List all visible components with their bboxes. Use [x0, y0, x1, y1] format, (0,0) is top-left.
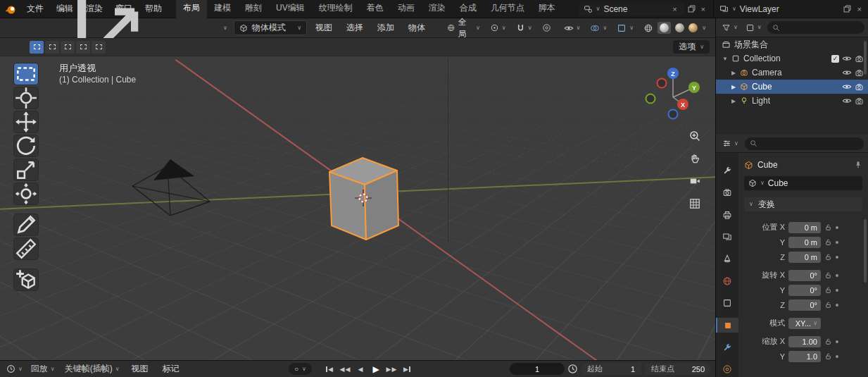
render-visibility-icon[interactable]: [855, 97, 864, 106]
render-visibility-icon[interactable]: [855, 82, 864, 92]
outliner-row-collection[interactable]: ▼ Collection ✓: [716, 51, 868, 66]
transform-section-header[interactable]: ∨ 变换: [744, 197, 862, 211]
animate-dot[interactable]: [836, 355, 838, 358]
new-view-layer-icon[interactable]: [843, 4, 852, 13]
expand-icon[interactable]: ▶: [730, 98, 737, 104]
mode-dropdown[interactable]: 物体模式 ∨: [234, 20, 307, 35]
menu-view[interactable]: 视图: [310, 19, 338, 37]
rotation-y-field[interactable]: 0°: [788, 285, 821, 296]
lock-icon[interactable]: [824, 301, 832, 309]
menu-select[interactable]: 选择: [341, 19, 369, 37]
tab-geometry-nodes[interactable]: 几何节点: [484, 0, 532, 18]
properties-scrollbar[interactable]: [864, 219, 867, 283]
menu-playback[interactable]: 回放 ∨: [27, 361, 58, 376]
collection-checkbox[interactable]: ✓: [831, 55, 839, 63]
shading-rendered-icon[interactable]: [688, 23, 698, 32]
lock-icon[interactable]: [824, 253, 832, 261]
auto-keying-button[interactable]: ○ ∨: [289, 363, 312, 375]
viewport-3d[interactable]: 选项 ∨ 用户透视 (1) Collection | Cube: [0, 38, 715, 360]
lock-icon[interactable]: [824, 286, 832, 294]
animate-dot[interactable]: [836, 340, 838, 343]
hide-eye-icon[interactable]: [842, 54, 852, 63]
tab-animation[interactable]: 动画: [391, 0, 422, 18]
lock-icon[interactable]: [824, 271, 832, 279]
location-x-field[interactable]: 0 m: [788, 222, 821, 233]
play-reverse-button[interactable]: ◀: [353, 362, 367, 376]
render-visibility-icon[interactable]: [855, 54, 864, 63]
tab-texture-paint[interactable]: 纹理绘制: [312, 0, 360, 18]
location-y-field[interactable]: 0 m: [788, 237, 821, 248]
outliner-search-input[interactable]: [767, 21, 864, 34]
close-icon[interactable]: ×: [699, 5, 707, 13]
jump-to-end-button[interactable]: ▶: [400, 362, 414, 376]
animate-dot[interactable]: [836, 256, 838, 259]
remove-view-layer-icon[interactable]: ×: [855, 5, 864, 13]
next-keyframe-button[interactable]: ▶▶: [384, 362, 398, 376]
tool-add-cube[interactable]: [14, 269, 38, 290]
tab-tool[interactable]: [716, 163, 738, 178]
tab-scene[interactable]: [716, 252, 738, 266]
outliner-filter-button[interactable]: ∨: [719, 23, 740, 33]
view-layer-name[interactable]: ViewLayer: [740, 4, 839, 14]
outliner-scrollbar[interactable]: [864, 41, 867, 75]
hide-eye-icon[interactable]: [842, 68, 852, 78]
breadcrumb-object-name[interactable]: Cube: [757, 160, 778, 170]
animate-dot[interactable]: [836, 226, 838, 229]
menu-keying[interactable]: 关键帧(插帧) ∨: [61, 361, 123, 376]
shading-wireframe-icon[interactable]: [643, 23, 653, 33]
tab-sculpting[interactable]: 雕刻: [238, 0, 269, 18]
pan-hand-icon[interactable]: [688, 152, 701, 165]
xray-toggle-button[interactable]: ∨: [613, 22, 637, 35]
scene-dropdown[interactable]: ∨ Scene ×: [579, 2, 684, 16]
outliner-row-cube[interactable]: ▶ Cube: [716, 80, 868, 94]
location-z-field[interactable]: 0 m: [788, 252, 821, 263]
show-gizmo-dropdown[interactable]: ∨: [560, 22, 584, 35]
tab-output[interactable]: [716, 207, 738, 222]
hide-eye-icon[interactable]: [842, 96, 852, 106]
tab-modifiers[interactable]: [716, 340, 738, 354]
hide-eye-icon[interactable]: [842, 82, 852, 92]
properties-editor-type-button[interactable]: ∨: [720, 138, 741, 149]
select-mode-invert-button[interactable]: [76, 41, 90, 54]
zoom-icon[interactable]: [688, 130, 701, 142]
tab-view-layer[interactable]: [716, 229, 738, 244]
tab-render[interactable]: [716, 185, 738, 199]
properties-search-input[interactable]: [745, 137, 864, 150]
scale-y-field[interactable]: 1.0: [788, 351, 821, 362]
render-visibility-icon[interactable]: [855, 68, 864, 78]
unlink-scene-icon[interactable]: ×: [670, 5, 679, 13]
timeline-editor-type-button[interactable]: ∨: [4, 364, 25, 374]
shading-solid-button[interactable]: [658, 22, 671, 34]
new-scene-icon[interactable]: [687, 4, 696, 13]
object-name-field[interactable]: ∨ Cube: [744, 176, 862, 190]
transform-orientation-dropdown[interactable]: 全局 ∨: [444, 15, 484, 42]
select-mode-intersect-button[interactable]: [92, 41, 106, 54]
tab-physics[interactable]: [716, 362, 738, 377]
menu-timeline-view[interactable]: 视图: [126, 360, 154, 377]
select-mode-subtract-button[interactable]: [61, 41, 75, 54]
animate-dot[interactable]: [836, 289, 838, 292]
animate-dot[interactable]: [836, 274, 838, 277]
snap-dropdown[interactable]: ∨: [512, 22, 536, 34]
frame-start-field[interactable]: 起始1: [581, 363, 641, 375]
rotation-x-field[interactable]: 0°: [788, 270, 821, 281]
clock-icon[interactable]: [567, 364, 578, 374]
tab-shading[interactable]: 着色: [360, 0, 391, 18]
cube-object[interactable]: [318, 152, 405, 244]
current-frame-field[interactable]: 1: [510, 363, 565, 375]
lock-icon[interactable]: [824, 338, 832, 345]
menu-markers[interactable]: 标记: [157, 360, 185, 377]
animate-dot[interactable]: [836, 304, 838, 307]
gizmo-neg-y-ball[interactable]: [646, 94, 655, 104]
select-mode-extend-button[interactable]: [45, 41, 59, 54]
navigation-gizmo[interactable]: Z Y X: [642, 63, 703, 128]
tab-uv-editing[interactable]: UV编辑: [269, 0, 312, 18]
camera-object[interactable]: [125, 152, 227, 223]
tab-collection[interactable]: [716, 295, 738, 310]
chevron-down-icon[interactable]: ∨: [732, 6, 736, 12]
lock-icon[interactable]: [824, 352, 832, 360]
camera-view-icon[interactable]: [688, 175, 701, 187]
pivot-point-dropdown[interactable]: ∨: [486, 22, 510, 34]
tab-object[interactable]: [716, 318, 738, 333]
select-mode-new-button[interactable]: [30, 41, 44, 54]
